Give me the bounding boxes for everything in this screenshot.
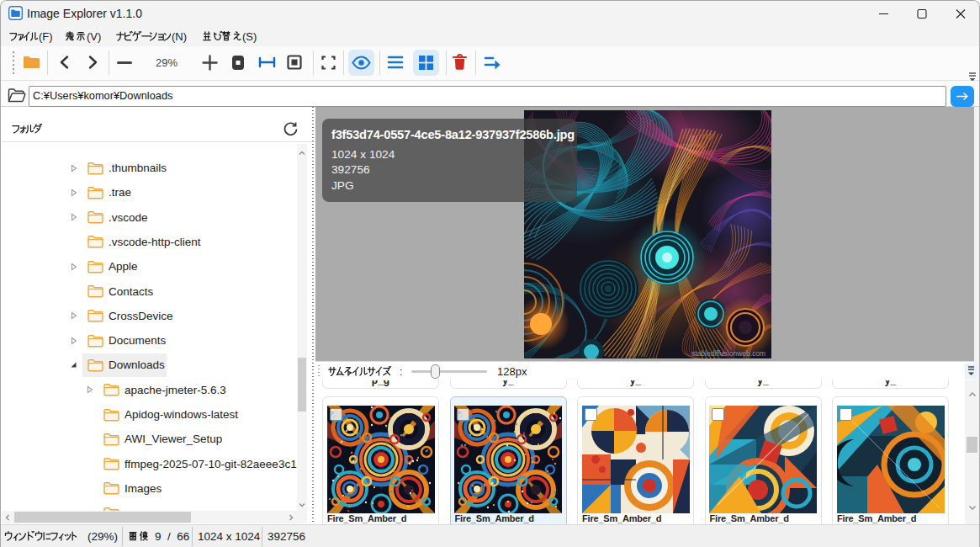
svg-text:stablediffusionweb.com: stablediffusionweb.com (691, 349, 765, 358)
